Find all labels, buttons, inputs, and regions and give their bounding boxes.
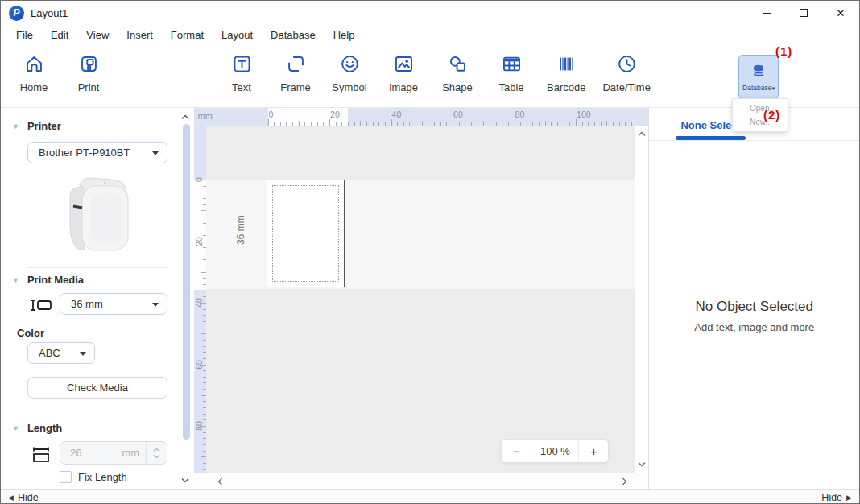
menu-bar: File Edit View Insert Format Layout Data… — [1, 25, 859, 46]
design-canvas: mm 020406080100 020406080 36 mm − 100 % … — [194, 108, 649, 489]
canvas-scroll-left[interactable] — [217, 477, 224, 489]
label-object[interactable] — [267, 180, 345, 287]
insert-text-button[interactable]: Text — [223, 53, 260, 93]
minimize-icon — [763, 13, 771, 14]
database-button-label: Database▾ — [742, 84, 775, 92]
insert-frame-button[interactable]: Frame — [277, 53, 314, 93]
menu-layout[interactable]: Layout — [213, 25, 262, 46]
color-label: Color — [17, 327, 44, 339]
sidebar-scrollbar[interactable] — [183, 124, 190, 440]
color-select[interactable]: ABC — [27, 342, 95, 364]
media-size-select[interactable]: 36 mm — [60, 293, 167, 315]
insert-image-button[interactable]: Image — [385, 53, 422, 93]
vertical-ruler: 020406080 — [194, 126, 206, 473]
shape-icon — [447, 53, 469, 77]
chevron-down-icon — [80, 352, 86, 356]
empty-state-subtitle: Add text, image and more — [649, 321, 859, 333]
home-button[interactable]: Home — [15, 53, 52, 93]
length-stepper[interactable] — [146, 442, 167, 464]
canvas-vertical-scrollbar — [635, 126, 648, 473]
zoom-level: 100 % — [531, 440, 579, 462]
zoom-in-button[interactable]: + — [579, 440, 608, 462]
close-button[interactable]: ✕ — [822, 1, 859, 25]
hide-panel-label: Hide — [821, 492, 842, 503]
printer-select[interactable]: Brother PT-P910BT — [27, 142, 167, 163]
chevron-up-icon — [153, 448, 160, 452]
print-media-section-header[interactable]: ▼ Print Media — [12, 274, 84, 286]
menu-database[interactable]: Database — [262, 25, 325, 46]
tool-label: Image — [389, 81, 418, 93]
tape-media-icon — [30, 298, 52, 312]
insert-datetime-button[interactable]: Date/Time — [602, 53, 650, 93]
maximize-button[interactable] — [785, 1, 822, 25]
canvas-scroll-right[interactable] — [621, 477, 628, 489]
printable-area-outline — [272, 185, 339, 282]
insert-table-button[interactable]: Table — [493, 53, 530, 93]
minimize-button[interactable] — [748, 1, 785, 25]
menu-help[interactable]: Help — [325, 25, 364, 46]
title-bar: P Layout1 ✕ — [1, 1, 859, 25]
length-value: 26 — [60, 447, 122, 459]
hide-panel-button[interactable]: Hide ▶ — [821, 492, 852, 503]
hide-sidebar-label: Hide — [18, 492, 39, 503]
tool-label: Table — [498, 81, 523, 93]
canvas-horizontal-scrollbar — [194, 473, 649, 489]
chevron-down-icon — [153, 454, 160, 459]
ruler-unit-label: mm — [198, 111, 213, 121]
tool-label: Barcode — [547, 81, 585, 93]
fix-length-checkbox[interactable] — [60, 471, 72, 483]
frame-icon — [285, 53, 307, 77]
length-unit: mm — [122, 447, 146, 459]
insert-barcode-button[interactable]: Barcode — [547, 53, 585, 93]
print-icon — [78, 53, 100, 77]
print-button[interactable]: Print — [70, 53, 107, 93]
table-icon — [501, 53, 523, 77]
clock-icon — [616, 53, 638, 77]
canvas-scroll-down[interactable] — [637, 458, 647, 470]
menu-format[interactable]: Format — [162, 25, 213, 46]
bottom-bar: ◀ Hide Hide ▶ — [1, 489, 859, 504]
application-window: P Layout1 ✕ File Edit View Insert Format… — [0, 0, 860, 504]
media-size-value: 36 mm — [71, 298, 103, 310]
close-icon: ✕ — [837, 8, 846, 19]
chevron-down-icon — [152, 151, 159, 155]
tool-label: Text — [232, 81, 251, 93]
zoom-control: − 100 % + — [501, 439, 609, 463]
printer-select-value: Brother PT-P910BT — [39, 147, 130, 159]
insert-shape-button[interactable]: Shape — [439, 53, 476, 93]
menu-edit[interactable]: Edit — [42, 25, 77, 46]
length-section-header[interactable]: ▼ Length — [12, 422, 62, 434]
empty-state-title: No Object Selected — [649, 299, 859, 315]
color-select-value: ABC — [39, 347, 60, 359]
triangle-left-icon: ◀ — [8, 494, 14, 502]
hide-sidebar-button[interactable]: ◀ Hide — [8, 492, 39, 503]
app-logo-icon: P — [9, 6, 24, 21]
left-sidebar: ▼ Printer Brother PT-P910BT ▼ — [1, 108, 194, 489]
barcode-icon — [556, 53, 577, 77]
zoom-out-button[interactable]: − — [502, 440, 531, 462]
text-icon — [231, 53, 253, 77]
image-icon — [393, 53, 415, 77]
annotation-1: (1) — [775, 44, 792, 58]
database-button[interactable]: Database▾ — [738, 55, 779, 99]
window-title: Layout1 — [31, 7, 68, 19]
menu-file[interactable]: File — [7, 25, 42, 46]
check-media-button[interactable]: Check Media — [27, 377, 167, 399]
printer-section-title: Printer — [27, 120, 61, 132]
collapse-triangle-icon: ▼ — [12, 276, 19, 284]
properties-panel: None Selected No Object Selected Add tex… — [648, 108, 859, 489]
canvas-scroll-up[interactable] — [637, 128, 647, 140]
annotation-2: (2) — [763, 108, 780, 122]
toolbar: Home Print Text Frame Symbol Image — [1, 46, 859, 108]
fix-length-label: Fix Length — [78, 471, 127, 483]
menu-view[interactable]: View — [77, 25, 118, 46]
database-icon — [750, 62, 767, 82]
sidebar-scroll-up[interactable] — [180, 111, 190, 123]
tool-label: Frame — [280, 81, 311, 93]
symbol-icon — [339, 53, 361, 77]
sidebar-scroll-down[interactable] — [180, 474, 190, 486]
insert-symbol-button[interactable]: Symbol — [331, 53, 368, 93]
length-input[interactable]: 26 mm — [60, 441, 167, 465]
menu-insert[interactable]: Insert — [118, 25, 162, 46]
printer-section-header[interactable]: ▼ Printer — [12, 120, 61, 132]
